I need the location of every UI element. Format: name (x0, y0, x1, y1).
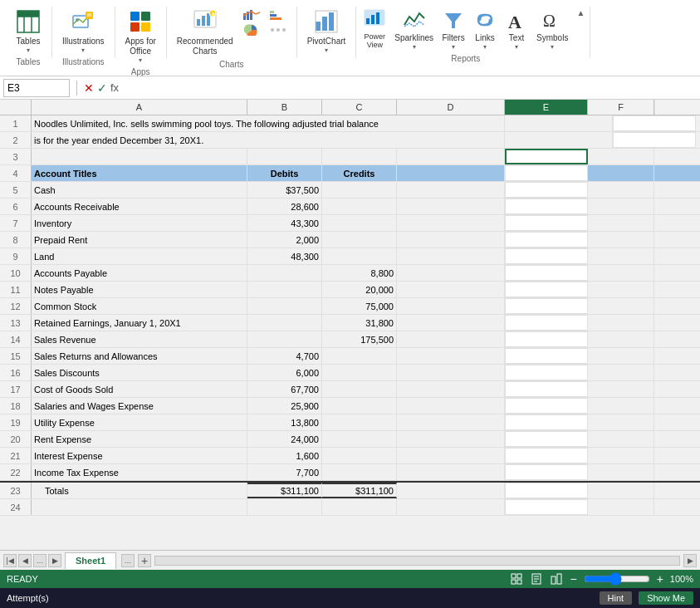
cell-c4[interactable]: Credits (322, 165, 397, 181)
apps-for-office-button[interactable]: Apps forOffice ▾ (122, 7, 159, 66)
filters-button[interactable]: Filters ▾ (438, 7, 468, 52)
col-header-e[interactable]: E (505, 100, 588, 115)
cell-f16[interactable] (588, 365, 654, 380)
cell-d23[interactable] (397, 483, 505, 498)
cell-c9[interactable] (322, 248, 397, 264)
cell-b12[interactable] (247, 298, 322, 314)
cell-e22[interactable] (505, 464, 588, 480)
chart-more-button[interactable] (267, 23, 290, 37)
cell-f23[interactable] (588, 483, 654, 498)
cell-e18[interactable] (505, 398, 588, 414)
cell-b13[interactable] (247, 315, 322, 331)
cell-c16[interactable] (322, 365, 397, 380)
col-header-d[interactable]: D (397, 100, 505, 115)
chart-type-3-button[interactable] (267, 8, 290, 22)
cell-b21[interactable]: 1,600 (247, 448, 322, 463)
cell-f21[interactable] (588, 448, 654, 463)
cell-b16[interactable]: 6,000 (247, 365, 322, 380)
cell-e10[interactable] (505, 265, 588, 281)
cell-d3[interactable] (397, 149, 505, 164)
cell-f9[interactable] (588, 248, 654, 264)
cell-f11[interactable] (588, 282, 654, 297)
cell-a23[interactable]: Totals (32, 483, 247, 498)
cell-a3[interactable] (32, 149, 247, 164)
cell-b17[interactable]: 67,700 (247, 381, 322, 397)
cell-b7[interactable]: 43,300 (247, 215, 322, 231)
cell-f4[interactable] (588, 165, 654, 181)
cell-c15[interactable] (322, 348, 397, 364)
cell-e19[interactable] (505, 414, 588, 430)
cell-d8[interactable] (397, 232, 505, 248)
cell-c17[interactable] (322, 381, 397, 397)
cell-f19[interactable] (588, 414, 654, 430)
symbols-button[interactable]: Ω Symbols ▾ (533, 7, 571, 52)
illustrations-button[interactable]: Illustrations ▾ (59, 7, 108, 56)
cell-b19[interactable]: 13,800 (247, 414, 322, 430)
cell-d16[interactable] (397, 365, 505, 380)
cell-a12[interactable]: Common Stock (32, 298, 247, 314)
cell-d15[interactable] (397, 348, 505, 364)
cell-c13[interactable]: 31,800 (322, 315, 397, 331)
cell-d4[interactable] (397, 165, 505, 181)
col-header-a[interactable]: A (32, 100, 247, 115)
cell-d1[interactable] (505, 115, 613, 131)
cell-b9[interactable]: 48,300 (247, 248, 322, 264)
cell-b20[interactable]: 24,000 (247, 431, 322, 447)
cell-d19[interactable] (397, 414, 505, 430)
cell-e15[interactable] (505, 348, 588, 364)
recommended-charts-button[interactable]: ★ RecommendedCharts (174, 7, 237, 58)
cell-a6[interactable]: Accounts Receivable (32, 199, 247, 214)
cell-a20[interactable]: Rent Expense (32, 431, 247, 447)
chart-type-2-button[interactable] (240, 23, 263, 37)
cell-a24[interactable] (32, 499, 247, 515)
cell-e3[interactable] (505, 149, 588, 164)
chart-type-1-button[interactable] (240, 8, 263, 22)
cell-reference-box[interactable] (3, 79, 70, 97)
show-me-button[interactable]: Show Me (639, 591, 693, 605)
cell-d24[interactable] (397, 499, 505, 515)
cell-a7[interactable]: Inventory (32, 215, 247, 231)
cell-f2[interactable] (696, 132, 700, 148)
confirm-formula-icon[interactable]: ✓ (97, 81, 107, 95)
cell-a15[interactable]: Sales Returns and Allowances (32, 348, 247, 364)
cell-c14[interactable]: 175,500 (322, 331, 397, 347)
cell-f6[interactable] (588, 199, 654, 214)
cell-f5[interactable] (588, 182, 654, 198)
cell-a1[interactable]: Noodles Unlimited, Inc. sells swimming p… (32, 115, 505, 131)
cell-e24[interactable] (505, 499, 588, 515)
text-button[interactable]: A Text ▾ (502, 7, 531, 52)
cell-f10[interactable] (588, 265, 654, 281)
cell-c7[interactable] (322, 215, 397, 231)
cell-c11[interactable]: 20,000 (322, 282, 397, 297)
cell-b10[interactable] (247, 265, 322, 281)
cell-d21[interactable] (397, 448, 505, 463)
cell-e12[interactable] (505, 298, 588, 314)
cell-c8[interactable] (322, 232, 397, 248)
cell-c24[interactable] (322, 499, 397, 515)
cell-d12[interactable] (397, 298, 505, 314)
cell-e7[interactable] (505, 215, 588, 231)
cell-f18[interactable] (588, 398, 654, 414)
cell-f1[interactable] (696, 115, 700, 131)
page-view-icon[interactable] (530, 572, 543, 586)
cell-c21[interactable] (322, 448, 397, 463)
zoom-plus[interactable]: + (657, 572, 663, 586)
cell-e23[interactable] (505, 483, 588, 498)
cell-c10[interactable]: 8,800 (322, 265, 397, 281)
cell-f15[interactable] (588, 348, 654, 364)
formula-input[interactable] (122, 81, 697, 96)
cell-f22[interactable] (588, 464, 654, 480)
cell-a21[interactable]: Interest Expense (32, 448, 247, 463)
cell-a11[interactable]: Notes Payable (32, 282, 247, 297)
cell-f8[interactable] (588, 232, 654, 248)
cell-e4[interactable] (505, 165, 588, 181)
cell-b5[interactable]: $37,500 (247, 182, 322, 198)
cell-b11[interactable] (247, 282, 322, 297)
cell-e14[interactable] (505, 331, 588, 347)
cell-c12[interactable]: 75,000 (322, 298, 397, 314)
cell-a13[interactable]: Retained Earnings, January 1, 20X1 (32, 315, 247, 331)
cell-e2[interactable] (613, 132, 696, 148)
cell-c3[interactable] (322, 149, 397, 164)
cell-b14[interactable] (247, 331, 322, 347)
pivotchart-button[interactable]: PivotChart ▾ (304, 7, 350, 56)
